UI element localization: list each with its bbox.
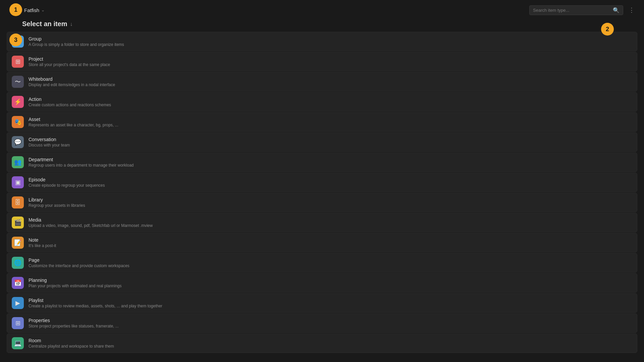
whiteboard-text: WhiteboardDisplay and edit items/edges i… bbox=[29, 76, 115, 87]
episode-desc: Create episode to regroup your sequences bbox=[29, 183, 105, 188]
search-input[interactable] bbox=[533, 8, 611, 13]
search-button[interactable]: 🔍 bbox=[613, 7, 620, 13]
list-item-note[interactable]: 📝NoteIt's like a post-it bbox=[7, 233, 637, 252]
whiteboard-name: Whiteboard bbox=[29, 76, 115, 82]
group-desc: A Group is simply a folder to store and … bbox=[29, 42, 124, 47]
asset-name: Asset bbox=[29, 117, 118, 122]
media-text: MediaUpload a video, image, sound, pdf, … bbox=[29, 217, 153, 228]
page-title: Select an item bbox=[22, 20, 67, 28]
conversation-name: Conversation bbox=[29, 137, 70, 142]
search-box[interactable]: 🔍 bbox=[529, 5, 623, 15]
planning-text: PlanningPlan your projects with estimate… bbox=[29, 278, 122, 288]
department-desc: Regroup users into a department to manag… bbox=[29, 163, 134, 168]
list-item-whiteboard[interactable]: 〜WhiteboardDisplay and edit items/edges … bbox=[7, 72, 637, 92]
room-desc: Centralize playlist and workspace to sha… bbox=[29, 344, 114, 349]
note-name: Note bbox=[29, 237, 56, 243]
library-text: LibraryRegroup your assets in libraries bbox=[29, 197, 85, 208]
episode-name: Episode bbox=[29, 177, 105, 182]
page-text: PageCustomize the interface and provide … bbox=[29, 257, 129, 268]
playlist-text: PlaylistCreate a playlist to review medi… bbox=[29, 298, 162, 308]
episode-text: EpisodeCreate episode to regroup your se… bbox=[29, 177, 105, 188]
whiteboard-desc: Display and edit items/edges in a nodal … bbox=[29, 82, 115, 87]
list-item-properties[interactable]: ⊞PropertiesStore project properties like… bbox=[7, 313, 637, 333]
department-text: DepartmentRegroup users into a departmen… bbox=[29, 157, 134, 168]
note-text: NoteIt's like a post-it bbox=[29, 237, 56, 248]
note-desc: It's like a post-it bbox=[29, 243, 56, 248]
page-icon: 🌐 bbox=[12, 257, 24, 269]
list-item-episode[interactable]: ▣EpisodeCreate episode to regroup your s… bbox=[7, 173, 637, 192]
workspace-label: Fatfish bbox=[24, 7, 39, 13]
library-desc: Regroup your assets in libraries bbox=[29, 203, 85, 208]
step-badge-2: 2 bbox=[601, 23, 614, 36]
list-item-library[interactable]: 🗄LibraryRegroup your assets in libraries bbox=[7, 193, 637, 212]
page-name: Page bbox=[29, 257, 129, 263]
list-item-asset[interactable]: 🎭AssetRepresents an asset like a charact… bbox=[7, 112, 637, 132]
page-title-arrow: ↓ bbox=[70, 21, 73, 27]
library-name: Library bbox=[29, 197, 85, 202]
properties-name: Properties bbox=[29, 318, 119, 323]
room-name: Room bbox=[29, 338, 114, 343]
list-item-planning[interactable]: 📅PlanningPlan your projects with estimat… bbox=[7, 273, 637, 293]
playlist-name: Playlist bbox=[29, 298, 162, 303]
action-text: ActionCreate custom actions and reaction… bbox=[29, 97, 111, 107]
media-name: Media bbox=[29, 217, 153, 223]
conversation-text: ConversationDiscuss with your team bbox=[29, 137, 70, 147]
list-item-media[interactable]: 🎬MediaUpload a video, image, sound, pdf,… bbox=[7, 213, 637, 232]
media-desc: Upload a video, image, sound, pdf, Sketc… bbox=[29, 223, 153, 228]
planning-name: Planning bbox=[29, 278, 122, 283]
note-icon: 📝 bbox=[12, 237, 24, 249]
list-item-conversation[interactable]: 💬ConversationDiscuss with your team bbox=[7, 132, 637, 152]
list-item-page[interactable]: 🌐PageCustomize the interface and provide… bbox=[7, 253, 637, 273]
asset-text: AssetRepresents an asset like a characte… bbox=[29, 117, 118, 127]
playlist-desc: Create a playlist to review medias, asse… bbox=[29, 304, 162, 308]
whiteboard-icon: 〜 bbox=[12, 76, 24, 88]
list-item-project[interactable]: ⊞ProjectStore all your project's data at… bbox=[7, 52, 637, 71]
room-icon: 💻 bbox=[12, 337, 24, 349]
project-desc: Store all your project's data at the sam… bbox=[29, 62, 110, 67]
episode-icon: ▣ bbox=[12, 176, 24, 188]
group-text: GroupA Group is simply a folder to store… bbox=[29, 36, 124, 47]
step-badge-3: 3 bbox=[9, 34, 22, 46]
room-text: RoomCentralize playlist and workspace to… bbox=[29, 338, 114, 349]
library-icon: 🗄 bbox=[12, 196, 24, 208]
playlist-icon: ▶ bbox=[12, 297, 24, 309]
page-header: 3 Select an item ↓ bbox=[0, 20, 644, 32]
list-item-action[interactable]: ⚡ActionCreate custom actions and reactio… bbox=[7, 92, 637, 112]
properties-icon: ⊞ bbox=[12, 317, 24, 329]
more-options-button[interactable]: ⋮ bbox=[626, 5, 637, 15]
asset-icon: 🎭 bbox=[12, 116, 24, 128]
project-text: ProjectStore all your project's data at … bbox=[29, 56, 110, 67]
properties-text: PropertiesStore project properties like … bbox=[29, 318, 119, 328]
workspace-chevron: ⌄ bbox=[41, 8, 45, 12]
group-name: Group bbox=[29, 36, 124, 42]
planning-desc: Plan your projects with estimated and re… bbox=[29, 284, 122, 288]
department-icon: 👥 bbox=[12, 156, 24, 168]
list-item-room[interactable]: 💻RoomCentralize playlist and workspace t… bbox=[7, 334, 637, 353]
department-name: Department bbox=[29, 157, 134, 162]
project-icon: ⊞ bbox=[12, 56, 24, 68]
top-bar-right: 2 🔍 ⋮ bbox=[529, 5, 637, 15]
project-name: Project bbox=[29, 56, 110, 62]
asset-desc: Represents an asset like a character, bg… bbox=[29, 123, 118, 127]
conversation-icon: 💬 bbox=[12, 136, 24, 148]
action-icon: ⚡ bbox=[12, 96, 24, 108]
list-item-department[interactable]: 👥DepartmentRegroup users into a departme… bbox=[7, 153, 637, 172]
list-item-playlist[interactable]: ▶PlaylistCreate a playlist to review med… bbox=[7, 293, 637, 313]
conversation-desc: Discuss with your team bbox=[29, 143, 70, 147]
action-name: Action bbox=[29, 97, 111, 102]
media-icon: 🎬 bbox=[12, 217, 24, 229]
planning-icon: 📅 bbox=[12, 277, 24, 289]
page-desc: Customize the interface and provide cust… bbox=[29, 263, 129, 268]
items-list: 📁GroupA Group is simply a folder to stor… bbox=[0, 32, 644, 353]
properties-desc: Store project properties like statuses, … bbox=[29, 324, 119, 328]
step-badge-1: 1 bbox=[9, 3, 22, 16]
workspace-selector[interactable]: Fatfish ⌄ bbox=[24, 7, 45, 13]
list-item-group[interactable]: 📁GroupA Group is simply a folder to stor… bbox=[7, 32, 637, 51]
action-desc: Create custom actions and reactions sche… bbox=[29, 103, 111, 107]
